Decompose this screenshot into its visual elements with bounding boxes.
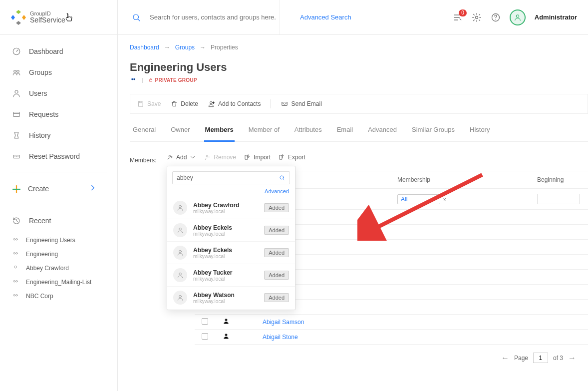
svg-point-1 — [14, 70, 16, 73]
member-link[interactable]: Abigail Samson — [263, 319, 304, 326]
result-name: Abbey Crawford — [193, 202, 258, 209]
search-input[interactable] — [150, 13, 280, 21]
added-button[interactable]: Added — [264, 293, 289, 302]
remove-member-button[interactable]: Remove — [204, 154, 236, 161]
nav-groups[interactable]: Groups — [0, 62, 117, 83]
add-member-button[interactable]: Add — [167, 154, 196, 161]
svg-point-2 — [17, 70, 19, 73]
nav-history[interactable]: History — [0, 125, 117, 146]
user-icon — [173, 268, 187, 282]
sidebar: GroupID SelfService Dashboard Groups Use… — [0, 0, 118, 391]
chevron-right-icon — [88, 183, 105, 194]
nav-recent[interactable]: Recent — [0, 210, 117, 231]
pager: ← Page of 3 → — [130, 345, 588, 371]
username[interactable]: Administrator — [535, 13, 577, 21]
membership-filter[interactable]: All — [397, 194, 440, 204]
breadcrumb: Dashboard → Groups → Properties — [130, 44, 588, 51]
added-button[interactable]: Added — [264, 226, 289, 235]
result-domain: milkyway.local — [193, 231, 258, 237]
dropdown-search-input[interactable] — [177, 174, 279, 181]
dropdown-item[interactable]: Abbey Eckelsmilkyway.local Added — [167, 242, 295, 264]
recent-item[interactable]: Engineering Users — [0, 233, 117, 247]
dropdown-item[interactable]: Abbey Eckelsmilkyway.local Added — [167, 219, 295, 242]
chevron-down-icon — [189, 154, 196, 161]
beginning-filter-input[interactable] — [537, 194, 580, 204]
tab-member-of[interactable]: Member of — [248, 119, 281, 141]
tab-similar[interactable]: Similar Groups — [411, 119, 456, 141]
nav-label: Groups — [29, 68, 52, 76]
svg-point-12 — [16, 253, 17, 255]
svg-point-40 — [225, 334, 228, 336]
members-label: Members: — [130, 154, 160, 164]
crumb-dashboard[interactable]: Dashboard — [130, 44, 159, 51]
nav-reset-password[interactable]: Reset Password — [0, 146, 117, 167]
nav-label: Reset Password — [29, 152, 80, 160]
row-checkbox[interactable] — [202, 333, 208, 340]
recent-item[interactable]: Engineering — [0, 247, 117, 261]
nav-dashboard[interactable]: Dashboard — [0, 41, 117, 62]
dropdown-item[interactable]: Abbey Tuckermilkyway.local Added — [167, 264, 295, 287]
nav-create[interactable]: Create — [0, 177, 117, 200]
page-input[interactable] — [533, 353, 548, 363]
notifications-icon[interactable]: 0 — [453, 12, 463, 22]
tab-email[interactable]: Email — [336, 119, 354, 141]
svg-point-29 — [206, 155, 208, 157]
delete-button[interactable]: Delete — [171, 100, 198, 107]
row-checkbox[interactable] — [202, 318, 208, 325]
clear-filter[interactable]: x — [443, 196, 446, 202]
nav-requests[interactable]: Requests — [0, 104, 117, 125]
tab-advanced[interactable]: Advanced — [367, 119, 398, 141]
help-icon[interactable] — [491, 12, 501, 22]
recent-item[interactable]: Engineering_Mailing-List — [0, 275, 117, 289]
col-beginning[interactable]: Beginning — [533, 171, 588, 188]
tab-general[interactable]: General — [132, 119, 157, 141]
member-link[interactable]: Abigail Stone — [263, 334, 298, 341]
nav-users[interactable]: Users — [0, 83, 117, 104]
table-row[interactable]: Abigail Stone — [195, 330, 588, 345]
recent-item[interactable]: Abbey Crawford — [0, 261, 117, 275]
svg-point-13 — [14, 266, 17, 268]
user-icon — [173, 246, 187, 260]
added-button[interactable]: Added — [264, 271, 289, 280]
group-type-icon — [130, 77, 137, 83]
dropdown-item[interactable]: Abbey Watsonmilkyway.local Added — [167, 287, 295, 309]
result-name: Abbey Watson — [193, 292, 258, 299]
result-name: Abbey Eckels — [193, 224, 258, 231]
added-button[interactable]: Added — [264, 248, 289, 257]
page-next[interactable]: → — [568, 354, 576, 363]
avatar[interactable] — [510, 9, 526, 25]
svg-point-36 — [179, 273, 182, 275]
export-button[interactable]: Export — [279, 154, 305, 161]
topbar: Advanced Search 0 Administrator — [118, 0, 588, 35]
tab-history[interactable]: History — [469, 119, 491, 141]
send-email-button[interactable]: Send Email — [281, 100, 321, 107]
recent-item[interactable]: NBC Corp — [0, 289, 117, 303]
svg-point-32 — [280, 176, 284, 179]
gear-icon[interactable] — [472, 12, 482, 22]
members-toolbar: Add Remove Import Ex — [167, 154, 305, 161]
save-button[interactable]: Save — [137, 100, 161, 107]
add-to-contacts-button[interactable]: Add to Contacts — [208, 100, 261, 107]
svg-rect-27 — [282, 102, 288, 106]
arrow-icon: → — [200, 44, 206, 51]
logo[interactable]: GroupID SelfService — [0, 0, 117, 35]
col-membership[interactable]: Membership — [393, 171, 533, 188]
arrow-icon: → — [164, 44, 170, 51]
nav-label: Create — [28, 185, 49, 193]
page-prev[interactable]: ← — [501, 354, 509, 363]
import-button[interactable]: Import — [244, 154, 271, 161]
tab-attributes[interactable]: Attributes — [294, 119, 323, 141]
advanced-search-link[interactable]: Advanced Search — [290, 13, 351, 21]
tab-owner[interactable]: Owner — [170, 119, 191, 141]
result-domain: milkyway.local — [193, 299, 258, 304]
svg-point-37 — [179, 295, 182, 298]
added-button[interactable]: Added — [264, 203, 289, 212]
user-icon — [173, 201, 187, 215]
crumb-groups[interactable]: Groups — [175, 44, 195, 51]
tab-members[interactable]: Members — [204, 119, 235, 142]
svg-point-21 — [516, 14, 519, 17]
notif-badge: 0 — [459, 9, 467, 16]
dropdown-advanced-link[interactable]: Advanced — [265, 188, 289, 194]
dropdown-item[interactable]: Abbey Crawfordmilkyway.local Added — [167, 197, 295, 219]
dropdown-search[interactable] — [172, 171, 290, 184]
